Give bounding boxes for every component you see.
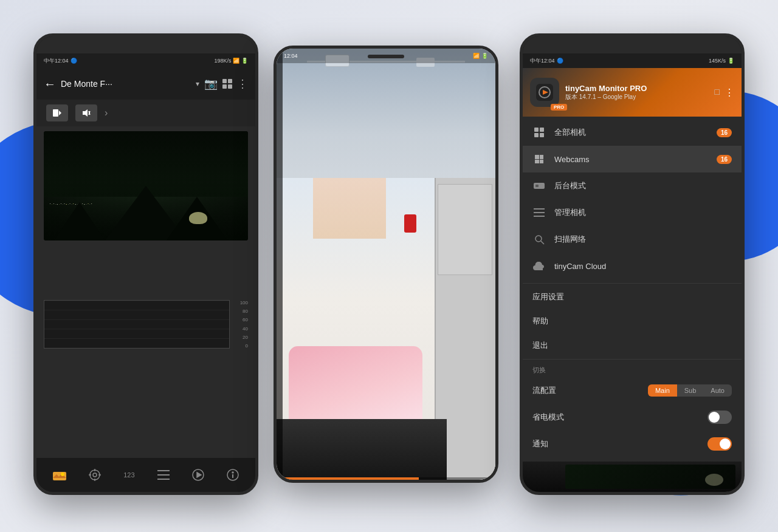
back-button[interactable]: ← <box>44 77 56 91</box>
background-label: 后台模式 <box>554 180 732 191</box>
quit-label: 退出 <box>532 340 548 351</box>
app-header-info: tinyCam Monitor PRO 版本 14.7.1 – Google P… <box>565 84 709 101</box>
svg-point-15 <box>93 473 97 477</box>
app-settings-label: 应用设置 <box>532 292 564 302</box>
controls-row: › <box>36 100 255 126</box>
svg-point-39 <box>535 236 542 242</box>
menu-item-cloud[interactable]: tinyCam Cloud <box>523 253 742 279</box>
cam-mid-scene <box>277 178 495 480</box>
y-label-40: 40 <box>243 326 248 332</box>
chart-labels: 100 80 60 40 20 0 <box>231 300 248 349</box>
speed-left: 198K/s <box>214 58 231 64</box>
time-left: 中午12:04 <box>44 57 69 65</box>
svg-rect-38 <box>534 216 535 217</box>
phone-mid-screen: 12:04 📶 🔋 <box>277 49 495 480</box>
nav-123[interactable]: 123 <box>123 471 134 479</box>
camera-icon[interactable]: 📷 <box>204 77 218 90</box>
grid-view-icon[interactable] <box>222 79 232 89</box>
svg-marker-24 <box>197 472 201 477</box>
phone-left: 中午12:04 🔵 198K/s 📶 🔋 ← De Monte F··· ▾ 📷… <box>33 33 258 495</box>
stream-selector: Main Sub Auto <box>648 384 732 397</box>
svg-rect-20 <box>157 470 170 471</box>
nav-gallery[interactable] <box>53 469 66 480</box>
phone-right: 中午12:04 🔵 145K/s 🔋 PRO tinyCam Monitor P… <box>520 33 745 495</box>
cloud-label: tinyCam Cloud <box>554 262 732 271</box>
more-icon-right[interactable]: ⋮ <box>725 87 734 98</box>
notify-row: 通知 <box>523 431 742 457</box>
phone-notch-mid <box>368 55 404 58</box>
time-right: 中午12:04 <box>530 57 555 65</box>
notify-label: 通知 <box>532 438 703 449</box>
svg-rect-21 <box>157 474 170 476</box>
menu-item-scan[interactable]: 扫描网络 <box>523 226 742 253</box>
chart-canvas <box>44 300 230 349</box>
status-bar-left: 中午12:04 🔵 198K/s 📶 🔋 <box>36 53 255 68</box>
next-arrow[interactable]: › <box>105 107 108 118</box>
menu-item-app-settings[interactable]: 应用设置 <box>523 285 742 309</box>
y-label-80: 80 <box>243 309 248 314</box>
pro-badge: PRO <box>551 104 567 111</box>
phone-notch-left <box>128 43 164 46</box>
phone-mid: 12:04 📶 🔋 <box>274 46 498 483</box>
all-cameras-icon <box>532 126 546 139</box>
dropdown-icon[interactable]: ▾ <box>196 80 199 88</box>
status-bar-right: 中午12:04 🔵 145K/s 🔋 <box>523 53 742 68</box>
menu-item-background[interactable]: 后台模式 <box>523 172 742 199</box>
battery-right: 🔋 <box>728 58 734 64</box>
cam-dark-item <box>277 419 447 480</box>
svg-rect-22 <box>157 479 170 480</box>
status-icons-left: 🔵 <box>71 58 77 64</box>
app-icon <box>530 78 559 107</box>
power-save-knob <box>709 412 720 423</box>
y-label-0: 0 <box>246 343 248 349</box>
svg-line-40 <box>541 241 544 244</box>
menu-list: 全部相机 16 Webcams 16 <box>523 117 742 282</box>
y-label-20: 20 <box>243 335 248 340</box>
menu-item-help[interactable]: 帮助 <box>523 309 742 333</box>
menu-item-quit[interactable]: 退出 <box>523 333 742 358</box>
status-icons-right: 🔵 <box>557 58 563 64</box>
svg-point-27 <box>232 472 233 473</box>
square-icon[interactable]: □ <box>715 87 720 98</box>
nav-info[interactable] <box>227 469 239 481</box>
menu-item-all-cameras[interactable]: 全部相机 16 <box>523 119 742 146</box>
menu-item-webcams[interactable]: Webcams 16 <box>523 146 742 172</box>
cam-skin-area <box>313 178 386 239</box>
camera-feed-left: • • • • • • • • • • • • • • • • • <box>44 131 248 240</box>
background-icon <box>532 179 546 193</box>
status-time-left: 中午12:04 🔵 <box>44 57 77 65</box>
status-right-left: 198K/s 📶 🔋 <box>214 58 248 64</box>
scan-label: 扫描网络 <box>554 234 732 245</box>
scan-icon <box>532 233 546 246</box>
more-menu-icon[interactable]: ⋮ <box>237 77 248 90</box>
svg-rect-36 <box>534 208 535 210</box>
svg-marker-2 <box>83 109 88 117</box>
app-bar-left: ← De Monte F··· ▾ 📷 ⋮ <box>36 68 255 100</box>
menu-item-manage[interactable]: 管理相机 <box>523 199 742 226</box>
notify-knob <box>720 438 731 449</box>
phone-left-screen: 中午12:04 🔵 198K/s 📶 🔋 ← De Monte F··· ▾ 📷… <box>36 36 255 492</box>
nav-play[interactable] <box>192 469 204 481</box>
power-save-row: 省电模式 <box>523 404 742 431</box>
app-header-right: PRO tinyCam Monitor PRO 版本 14.7.1 – Goog… <box>523 68 742 117</box>
stream-auto-btn[interactable]: Auto <box>703 384 732 397</box>
nav-list[interactable] <box>157 470 170 480</box>
power-save-toggle[interactable] <box>707 411 732 424</box>
speed-right: 145K/s <box>709 58 726 64</box>
video-btn[interactable] <box>46 104 68 121</box>
section-switch: 切换 <box>523 361 742 377</box>
cloud-icon <box>532 259 546 273</box>
webcams-label: Webcams <box>554 155 708 164</box>
camera-fullscreen <box>277 49 495 480</box>
notify-toggle[interactable] <box>707 437 732 451</box>
stream-main-btn[interactable]: Main <box>648 384 677 397</box>
mute-btn[interactable] <box>75 104 97 121</box>
cam-side-indicator <box>277 49 283 480</box>
svg-rect-37 <box>534 212 535 213</box>
nav-target[interactable] <box>89 469 101 481</box>
spacer-left <box>36 245 255 276</box>
status-icons-mid: 📶 🔋 <box>473 53 488 59</box>
stream-sub-btn[interactable]: Sub <box>677 384 704 397</box>
status-time-right: 中午12:04 🔵 <box>530 57 563 65</box>
manage-label: 管理相机 <box>554 207 732 218</box>
